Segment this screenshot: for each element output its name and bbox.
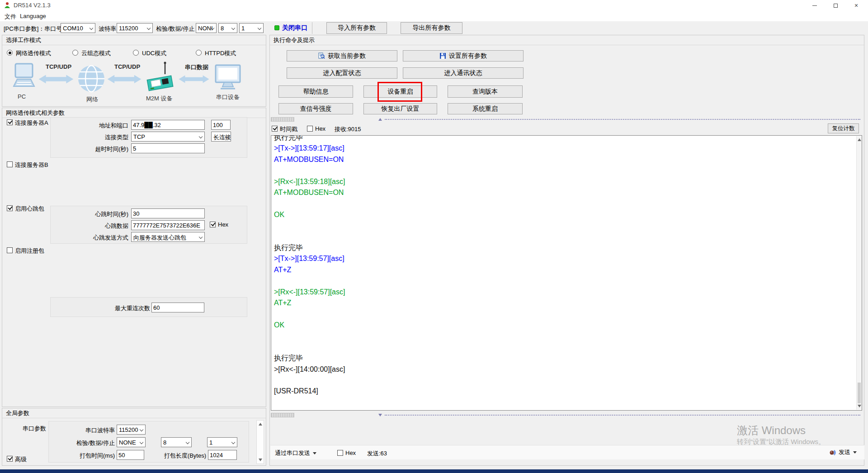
global-baud-label: 串口波特率 xyxy=(49,426,115,435)
query-version-button[interactable]: 查询版本 xyxy=(448,85,523,98)
import-params-button[interactable]: 导入所有参数 xyxy=(326,22,387,34)
heartbeat-checkbox[interactable] xyxy=(7,205,13,211)
stopbits-value: 1 xyxy=(241,25,245,32)
system-reboot-button[interactable]: 系统重启 xyxy=(448,103,523,114)
global-baud-select[interactable]: 115200 xyxy=(117,425,146,435)
factory-reset-button[interactable]: 恢复出厂设置 xyxy=(363,103,437,114)
scroll-up-icon[interactable] xyxy=(259,423,262,426)
heartbeat-data-input[interactable] xyxy=(131,220,205,230)
heartbeat-mode-label: 心跳发送方式 xyxy=(51,234,128,242)
timeout-label: 超时时间(秒) xyxy=(51,145,128,153)
log-output[interactable]: 执行完毕>[Tx->][13:59:17][asc]AT+MODBUSEN=ON… xyxy=(271,135,862,411)
globalparams-header: 全局参数 xyxy=(2,408,266,418)
global-parity-select[interactable]: NONE xyxy=(117,437,146,447)
global-stopbits-value: 1 xyxy=(209,439,212,446)
radio-cloud-config[interactable] xyxy=(72,50,78,56)
node-label-serial-device: 串口设备 xyxy=(216,93,240,101)
close-serial-button[interactable]: 关闭串口 xyxy=(282,24,307,32)
splitter-thumb[interactable] xyxy=(271,117,294,122)
server-b-checkbox[interactable] xyxy=(7,161,13,167)
chevron-down-icon xyxy=(199,235,203,239)
scroll-down-icon[interactable] xyxy=(259,459,262,461)
scroll-down-icon[interactable] xyxy=(858,405,861,407)
splitter-collapse-icon[interactable] xyxy=(378,118,382,121)
enter-comm-button[interactable]: 进入通讯状态 xyxy=(403,67,524,79)
log-scrollbar[interactable] xyxy=(856,136,862,410)
heartbeat-label: 启用心跳包 xyxy=(15,205,44,213)
netparams-section: 网络透传模式相关参数 连接服务器A 地址和端口 连接类型 TCP 长连接 超时时… xyxy=(2,108,266,407)
stopbits-select[interactable]: 1 xyxy=(239,23,264,33)
server-a-checkbox[interactable] xyxy=(7,119,13,125)
command-header: 执行命令及提示 xyxy=(270,35,864,45)
global-databits-select[interactable]: 8 xyxy=(161,437,192,447)
advanced-checkbox[interactable] xyxy=(7,456,13,462)
reconnect-group: 最大重连次数 xyxy=(50,297,247,317)
signal-strength-button[interactable]: 查信号强度 xyxy=(278,103,353,114)
heartbeat-hex-checkbox[interactable] xyxy=(210,222,216,227)
reset-counter-button[interactable]: 复位计数 xyxy=(828,123,859,133)
log-top-splitter[interactable] xyxy=(271,117,861,122)
server-b-label: 连接服务器B xyxy=(15,161,48,169)
save-disk-icon xyxy=(439,52,446,59)
log-lines: 执行完毕>[Tx->][13:59:17][asc]AT+MODBUSEN=ON… xyxy=(274,135,862,397)
register-checkbox[interactable] xyxy=(7,247,13,253)
send-hex-checkbox[interactable] xyxy=(337,450,343,456)
radio-httpd-mode-label: HTTPD模式 xyxy=(205,49,236,57)
radio-httpd-mode[interactable] xyxy=(196,50,202,56)
send-button[interactable]: 发送 xyxy=(829,448,857,456)
network-globe-icon xyxy=(77,64,105,93)
pack-len-input[interactable] xyxy=(208,450,237,460)
activate-windows-title: 激活 Windows xyxy=(737,423,806,438)
conn-type-select[interactable]: TCP xyxy=(131,132,205,142)
com-port-value: COM10 xyxy=(63,25,83,32)
netparams-header: 网络透传模式相关参数 xyxy=(2,108,266,118)
heartbeat-hex-label: Hex xyxy=(218,221,228,228)
server-a-port-input[interactable] xyxy=(211,120,231,130)
pack-time-input[interactable] xyxy=(117,450,144,460)
log-bottom-splitter[interactable] xyxy=(271,413,861,417)
radio-cloud-config-label: 云组态模式 xyxy=(81,49,111,57)
enter-config-button[interactable]: 进入配置状态 xyxy=(287,67,397,79)
parity-select[interactable]: NONI xyxy=(196,23,217,33)
toolbar-divider xyxy=(312,22,312,34)
serial-device-monitor-icon xyxy=(214,64,241,90)
com-port-select[interactable]: COM10 xyxy=(61,23,95,33)
log-line: [USR-DR514] xyxy=(274,386,862,397)
chevron-down-icon xyxy=(147,26,151,30)
reconnect-input[interactable] xyxy=(151,303,204,312)
keepalive-select[interactable]: 长连接 xyxy=(211,132,231,142)
server-a-address-input[interactable] xyxy=(131,120,205,130)
minimize-button[interactable] xyxy=(807,0,822,11)
set-params-button[interactable]: 设置所有参数 xyxy=(403,50,524,61)
scrollbar-thumb[interactable] xyxy=(858,383,861,403)
get-params-button[interactable]: 获取当前参数 xyxy=(287,50,397,61)
scroll-up-icon[interactable] xyxy=(858,138,861,141)
maximize-button[interactable] xyxy=(828,0,843,11)
timestamp-checkbox[interactable] xyxy=(272,126,278,132)
timeout-input[interactable] xyxy=(131,143,205,153)
radio-udc-mode[interactable] xyxy=(133,50,139,56)
chevron-down-icon xyxy=(231,26,235,30)
pc-laptop-icon xyxy=(12,63,36,92)
splitter-collapse-icon[interactable] xyxy=(378,414,382,416)
log-line: 执行完毕 xyxy=(274,135,862,143)
heartbeat-mode-select[interactable]: 向服务器发送心跳包 xyxy=(131,232,205,242)
globalparams-scrollbar[interactable] xyxy=(256,420,264,464)
export-params-button[interactable]: 导出所有参数 xyxy=(401,22,462,34)
databits-select[interactable]: 8 xyxy=(218,23,237,33)
log-line xyxy=(274,275,862,286)
close-button[interactable]: × xyxy=(849,0,863,11)
log-line xyxy=(274,198,862,209)
heartbeat-time-input[interactable] xyxy=(131,208,205,218)
global-stopbits-select[interactable]: 1 xyxy=(207,437,237,447)
help-info-button[interactable]: 帮助信息 xyxy=(278,85,353,98)
server-a-group: 地址和端口 连接类型 TCP 长连接 超时时间(秒) xyxy=(50,117,247,158)
splitter-thumb[interactable] xyxy=(271,413,294,417)
send-via-serial-dropdown[interactable]: 通过串口发送 xyxy=(275,449,316,457)
menu-language[interactable]: Language xyxy=(20,13,46,19)
titlebar: DR514 V2.1.3 × xyxy=(0,0,868,11)
baud-select[interactable]: 115200 xyxy=(117,23,153,33)
log-hex-checkbox[interactable] xyxy=(307,126,313,132)
radio-net-passthrough[interactable] xyxy=(7,50,13,56)
menu-file[interactable]: 文件 xyxy=(5,13,16,21)
